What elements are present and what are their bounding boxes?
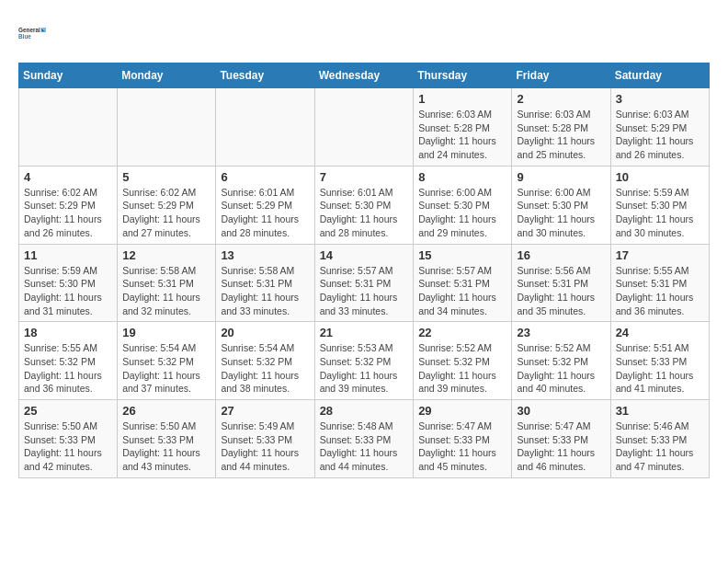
calendar-cell: 30Sunrise: 5:47 AMSunset: 5:33 PMDayligh…	[512, 400, 610, 478]
day-detail: Sunrise: 5:52 AMSunset: 5:32 PMDaylight:…	[517, 341, 605, 396]
day-number: 12	[122, 248, 210, 262]
calendar-header: SundayMondayTuesdayWednesdayThursdayFrid…	[19, 63, 710, 88]
calendar-cell: 21Sunrise: 5:53 AMSunset: 5:32 PMDayligh…	[314, 322, 414, 400]
weekday-header-monday: Monday	[118, 63, 216, 88]
logo: GeneralBlue	[18, 18, 48, 48]
calendar-week-4: 18Sunrise: 5:55 AMSunset: 5:32 PMDayligh…	[19, 322, 710, 400]
calendar-week-1: 1Sunrise: 6:03 AMSunset: 5:28 PMDaylight…	[19, 88, 710, 167]
day-detail: Sunrise: 5:52 AMSunset: 5:32 PMDaylight:…	[418, 341, 506, 396]
logo-icon: GeneralBlue	[18, 18, 48, 48]
day-number: 8	[418, 170, 506, 184]
day-number: 19	[122, 326, 210, 339]
calendar-cell: 27Sunrise: 5:49 AMSunset: 5:33 PMDayligh…	[216, 400, 314, 478]
day-detail: Sunrise: 5:58 AMSunset: 5:31 PMDaylight:…	[221, 264, 309, 318]
day-number: 10	[616, 170, 704, 184]
calendar-cell: 31Sunrise: 5:46 AMSunset: 5:33 PMDayligh…	[610, 400, 709, 478]
day-detail: Sunrise: 5:55 AMSunset: 5:31 PMDaylight:…	[616, 264, 704, 318]
calendar-cell: 20Sunrise: 5:54 AMSunset: 5:32 PMDayligh…	[216, 322, 314, 400]
calendar-cell: 16Sunrise: 5:56 AMSunset: 5:31 PMDayligh…	[512, 244, 610, 322]
weekday-header-tuesday: Tuesday	[216, 63, 314, 88]
day-number: 11	[24, 248, 112, 262]
calendar-cell: 8Sunrise: 6:00 AMSunset: 5:30 PMDaylight…	[414, 166, 512, 244]
day-number: 7	[320, 170, 409, 184]
day-detail: Sunrise: 6:02 AMSunset: 5:29 PMDaylight:…	[24, 186, 112, 240]
day-detail: Sunrise: 5:57 AMSunset: 5:31 PMDaylight:…	[418, 264, 506, 318]
calendar-week-2: 4Sunrise: 6:02 AMSunset: 5:29 PMDaylight…	[19, 166, 710, 244]
calendar-cell: 3Sunrise: 6:03 AMSunset: 5:29 PMDaylight…	[610, 88, 709, 167]
day-detail: Sunrise: 6:01 AMSunset: 5:30 PMDaylight:…	[320, 186, 409, 240]
day-number: 28	[320, 404, 409, 418]
day-number: 6	[221, 170, 309, 184]
day-detail: Sunrise: 6:03 AMSunset: 5:29 PMDaylight:…	[616, 108, 704, 162]
svg-text:General: General	[18, 27, 40, 33]
day-detail: Sunrise: 5:59 AMSunset: 5:30 PMDaylight:…	[24, 264, 112, 318]
calendar-cell: 6Sunrise: 6:01 AMSunset: 5:29 PMDaylight…	[216, 166, 314, 244]
day-number: 31	[616, 404, 704, 418]
day-detail: Sunrise: 5:55 AMSunset: 5:32 PMDaylight:…	[24, 341, 112, 396]
day-detail: Sunrise: 5:49 AMSunset: 5:33 PMDaylight:…	[221, 419, 309, 474]
day-number: 24	[616, 326, 704, 339]
calendar-cell: 14Sunrise: 5:57 AMSunset: 5:31 PMDayligh…	[314, 244, 414, 322]
day-detail: Sunrise: 5:50 AMSunset: 5:33 PMDaylight:…	[24, 419, 112, 474]
day-detail: Sunrise: 5:57 AMSunset: 5:31 PMDaylight:…	[320, 264, 409, 318]
day-detail: Sunrise: 5:51 AMSunset: 5:33 PMDaylight:…	[616, 341, 704, 396]
day-detail: Sunrise: 5:56 AMSunset: 5:31 PMDaylight:…	[517, 264, 605, 318]
calendar-cell: 28Sunrise: 5:48 AMSunset: 5:33 PMDayligh…	[314, 400, 414, 478]
calendar-cell: 1Sunrise: 6:03 AMSunset: 5:28 PMDaylight…	[414, 88, 512, 167]
day-number: 17	[616, 248, 704, 262]
calendar-cell	[19, 88, 118, 167]
weekday-header-wednesday: Wednesday	[314, 63, 414, 88]
day-number: 15	[418, 248, 506, 262]
weekday-header-row: SundayMondayTuesdayWednesdayThursdayFrid…	[19, 63, 710, 88]
day-number: 18	[24, 326, 112, 339]
day-number: 21	[320, 326, 409, 339]
calendar-cell: 11Sunrise: 5:59 AMSunset: 5:30 PMDayligh…	[19, 244, 118, 322]
calendar-cell	[118, 88, 216, 167]
day-number: 30	[517, 404, 605, 418]
day-number: 22	[418, 326, 506, 339]
calendar-cell: 25Sunrise: 5:50 AMSunset: 5:33 PMDayligh…	[19, 400, 118, 478]
day-number: 1	[418, 92, 506, 106]
day-number: 27	[221, 404, 309, 418]
day-number: 29	[418, 404, 506, 418]
calendar-cell: 12Sunrise: 5:58 AMSunset: 5:31 PMDayligh…	[118, 244, 216, 322]
calendar-table: SundayMondayTuesdayWednesdayThursdayFrid…	[18, 63, 710, 478]
day-number: 14	[320, 248, 409, 262]
weekday-header-saturday: Saturday	[610, 63, 709, 88]
page-header: GeneralBlue	[18, 18, 710, 48]
day-detail: Sunrise: 6:03 AMSunset: 5:28 PMDaylight:…	[517, 108, 605, 162]
calendar-cell: 15Sunrise: 5:57 AMSunset: 5:31 PMDayligh…	[414, 244, 512, 322]
day-detail: Sunrise: 6:02 AMSunset: 5:29 PMDaylight:…	[122, 186, 210, 240]
day-number: 5	[122, 170, 210, 184]
day-number: 25	[24, 404, 112, 418]
calendar-cell: 26Sunrise: 5:50 AMSunset: 5:33 PMDayligh…	[118, 400, 216, 478]
day-detail: Sunrise: 5:53 AMSunset: 5:32 PMDaylight:…	[320, 341, 409, 396]
calendar-body: 1Sunrise: 6:03 AMSunset: 5:28 PMDaylight…	[19, 88, 710, 478]
calendar-cell: 13Sunrise: 5:58 AMSunset: 5:31 PMDayligh…	[216, 244, 314, 322]
day-detail: Sunrise: 6:01 AMSunset: 5:29 PMDaylight:…	[221, 186, 309, 240]
weekday-header-friday: Friday	[512, 63, 610, 88]
calendar-cell: 24Sunrise: 5:51 AMSunset: 5:33 PMDayligh…	[610, 322, 709, 400]
day-detail: Sunrise: 5:48 AMSunset: 5:33 PMDaylight:…	[320, 419, 409, 474]
day-detail: Sunrise: 5:47 AMSunset: 5:33 PMDaylight:…	[418, 419, 506, 474]
svg-text:Blue: Blue	[18, 33, 31, 40]
day-detail: Sunrise: 5:46 AMSunset: 5:33 PMDaylight:…	[616, 419, 704, 474]
calendar-cell: 19Sunrise: 5:54 AMSunset: 5:32 PMDayligh…	[118, 322, 216, 400]
day-detail: Sunrise: 5:47 AMSunset: 5:33 PMDaylight:…	[517, 419, 605, 474]
calendar-cell: 17Sunrise: 5:55 AMSunset: 5:31 PMDayligh…	[610, 244, 709, 322]
calendar-cell: 2Sunrise: 6:03 AMSunset: 5:28 PMDaylight…	[512, 88, 610, 167]
calendar-cell: 7Sunrise: 6:01 AMSunset: 5:30 PMDaylight…	[314, 166, 414, 244]
weekday-header-sunday: Sunday	[19, 63, 118, 88]
day-number: 3	[616, 92, 704, 106]
day-detail: Sunrise: 6:00 AMSunset: 5:30 PMDaylight:…	[517, 186, 605, 240]
calendar-cell: 22Sunrise: 5:52 AMSunset: 5:32 PMDayligh…	[414, 322, 512, 400]
calendar-cell: 5Sunrise: 6:02 AMSunset: 5:29 PMDaylight…	[118, 166, 216, 244]
calendar-cell: 23Sunrise: 5:52 AMSunset: 5:32 PMDayligh…	[512, 322, 610, 400]
calendar-week-3: 11Sunrise: 5:59 AMSunset: 5:30 PMDayligh…	[19, 244, 710, 322]
day-detail: Sunrise: 5:58 AMSunset: 5:31 PMDaylight:…	[122, 264, 210, 318]
day-number: 20	[221, 326, 309, 339]
calendar-cell: 10Sunrise: 5:59 AMSunset: 5:30 PMDayligh…	[610, 166, 709, 244]
day-detail: Sunrise: 6:00 AMSunset: 5:30 PMDaylight:…	[418, 186, 506, 240]
calendar-cell	[314, 88, 414, 167]
day-number: 26	[122, 404, 210, 418]
